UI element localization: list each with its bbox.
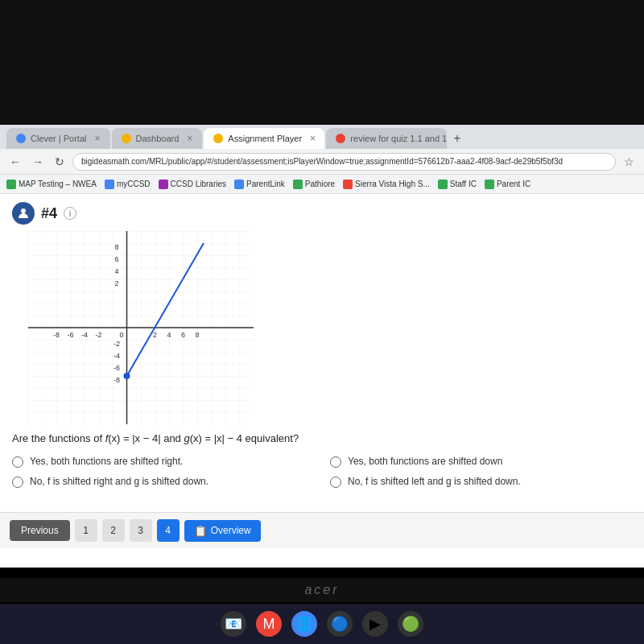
y-label-neg4: -4 [114,352,120,360]
bookmark-icon-sierra [343,180,353,189]
bookmark-label-parent: Parent IC [497,180,530,188]
x-label-6: 6 [181,331,185,339]
taskbar: 📧 M 🌐 🔵 ▶ 🟢 [0,604,644,644]
back-button[interactable]: ← [6,154,24,170]
y-label-neg2: -2 [114,340,120,348]
tab-close-dashboard[interactable]: × [187,133,192,144]
bookmark-icon-parentlink [234,180,244,189]
page-2-button[interactable]: 2 [102,519,125,542]
bookmark-map-testing[interactable]: MAP Testing – NWEA [6,180,97,189]
address-bar[interactable]: bigideasmath.com/MRL/public/app/#/studen… [72,153,616,171]
taskbar-icon-youtube[interactable]: ▶ [362,611,388,637]
x-label-8: 8 [195,331,199,339]
question-header: #4 i [12,202,632,225]
tab-icon-review [336,134,345,143]
tab-close-assignment[interactable]: × [310,133,316,144]
x-label-4: 4 [167,331,171,339]
bookmark-icon-myccsd [105,180,114,189]
avatar-icon [17,207,30,220]
x-label-0: 0 [119,331,123,339]
bookmark-icon-parent [485,180,494,189]
tab-dashboard[interactable]: Dashboard × [112,128,203,149]
bookmark-ccsd-libraries[interactable]: CCSD Libraries [159,180,226,189]
bookmark-myccsd[interactable]: myCCSD [105,180,151,189]
bookmark-parentlink[interactable]: ParentLink [234,180,285,189]
question-text: Are the functions of f(x) = |x − 4| and … [12,432,632,444]
overview-button[interactable]: 📋 Overview [184,520,261,542]
taskbar-icon-youtube-glyph: ▶ [369,615,381,633]
option-d[interactable]: No, f is shifted left and g is shifted d… [330,476,632,488]
x-label-neg6: -6 [67,331,73,339]
radio-c[interactable] [330,456,341,468]
radio-b[interactable] [12,477,23,488]
svg-point-0 [21,208,26,213]
tab-bar: Clever | Portal × Dashboard × Assignment… [0,125,644,149]
page-3-button[interactable]: 3 [130,519,152,542]
bookmark-staff[interactable]: Staff IC [438,180,477,189]
bookmark-label-ccsd: CCSD Libraries [171,180,226,188]
bookmark-icon-map [6,180,16,189]
function-f-formula: (x) = |x − 4| [108,432,160,444]
y-label-4: 4 [114,267,118,275]
tab-clever[interactable]: Clever | Portal × [6,128,110,149]
taskbar-icon-chrome[interactable]: 🌐 [291,611,317,637]
question-text-plain: Are the functions of [12,432,105,444]
tab-review[interactable]: review for quiz 1.1 and 1.2 × [326,128,447,149]
tab-assignment[interactable]: Assignment Player × [204,128,324,149]
tab-close-clever[interactable]: × [95,133,101,144]
bookmark-sierra[interactable]: Sierra Vista High S... [343,180,430,189]
graph-dot [124,373,130,379]
x-label-neg8: -8 [53,331,60,339]
option-a-text: Yes, both functions are shifted right. [30,456,183,467]
taskbar-icon-green[interactable]: 🟢 [398,611,423,637]
overview-label: Overview [211,525,251,536]
option-b-text: No, f is shifted right and g is shifted … [30,476,208,487]
taskbar-icon-blue[interactable]: 🔵 [327,611,353,637]
question-avatar [12,202,35,225]
option-a[interactable]: Yes, both functions are shifted right. [12,456,314,468]
bookmark-parent[interactable]: Parent IC [485,180,530,189]
bookmark-label-sierra: Sierra Vista High S... [355,180,430,188]
browser-window: Clever | Portal × Dashboard × Assignment… [0,125,644,568]
new-tab-icon: + [453,131,460,146]
question-end: equivalent? [246,432,299,444]
previous-button[interactable]: Previous [10,520,70,541]
taskbar-icon-1[interactable]: 📧 [221,611,246,637]
taskbar-icon-blue-glyph: 🔵 [331,615,349,633]
tab-icon-dashboard [122,134,131,143]
x-label-neg4: -4 [81,331,88,339]
acer-logo: acer [304,583,339,597]
taskbar-icon-gmail[interactable]: M [256,611,282,637]
graph-container: -8 -6 -4 -2 0 2 4 6 8 8 6 4 2 -2 -4 -6 -… [28,231,254,424]
bookmark-label-pathiore: Pathiore [305,180,335,188]
tab-label-dashboard: Dashboard [136,134,180,143]
y-label-neg6: -6 [114,364,120,372]
y-label-neg8: -8 [114,376,120,384]
bookmarks-bar: MAP Testing – NWEA myCCSD CCSD Libraries… [0,175,644,194]
bookmark-star[interactable]: ☆ [621,154,638,170]
tab-icon-assignment [213,134,223,143]
new-tab-button[interactable]: + [448,128,465,149]
function-g-formula: (x) = |x| − 4 [190,432,242,444]
page-4-button[interactable]: 4 [157,519,180,542]
reload-button[interactable]: ↻ [52,154,68,170]
nav-footer: Previous 1 2 3 4 📋 Overview [0,512,644,548]
option-c[interactable]: Yes, both functions are shifted down [330,456,632,468]
overview-icon: 📋 [194,525,207,537]
info-icon[interactable]: i [64,207,76,220]
tab-label-clever: Clever | Portal [31,134,87,143]
top-bezel [0,0,644,125]
page-1-button[interactable]: 1 [75,519,97,542]
radio-a[interactable] [12,456,23,468]
bookmark-pathiore[interactable]: Pathiore [293,180,335,189]
taskbar-icon-chrome-glyph: 🌐 [295,615,313,633]
option-d-text: No, f is shifted left and g is shifted d… [348,476,521,487]
address-bar-row: ← → ↻ bigideasmath.com/MRL/public/app/#/… [0,149,644,175]
forward-button[interactable]: → [29,154,47,170]
y-label-8: 8 [114,243,118,251]
option-b[interactable]: No, f is shifted right and g is shifted … [12,476,314,488]
taskbar-icon-1-glyph: 📧 [225,615,242,633]
question-and: and [163,432,184,444]
y-label-6: 6 [114,255,118,263]
radio-d[interactable] [330,477,341,488]
